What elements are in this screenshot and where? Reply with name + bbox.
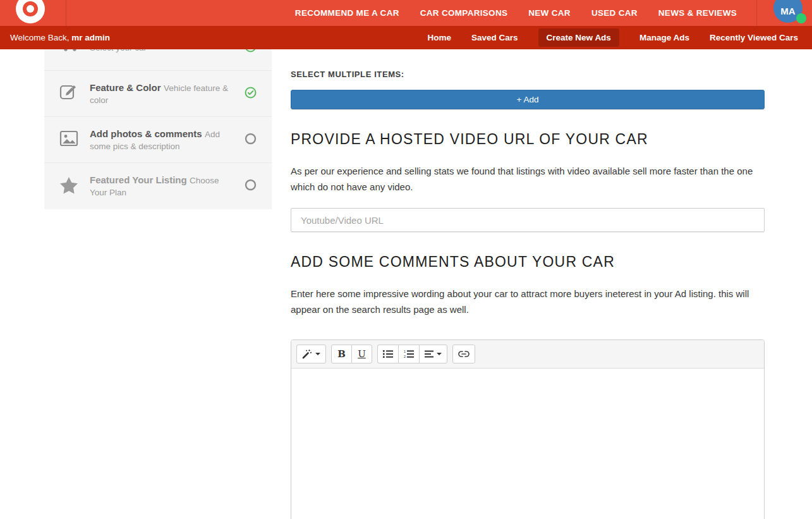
subnav-home[interactable]: Home [428, 33, 452, 42]
comments-section-heading: ADD SOME COMMENTS ABOUT YOUR CAR [291, 253, 765, 271]
chevron-down-icon [437, 353, 442, 355]
brand-pin-icon [11, 0, 50, 26]
subnav-create-new-ads[interactable]: Create New Ads [538, 28, 619, 47]
online-status-dot [796, 13, 806, 23]
avatar[interactable]: MA [773, 0, 803, 23]
subnav-manage-ads[interactable]: Manage Ads [639, 33, 689, 42]
step-title: Featured Your Listing [90, 174, 187, 185]
page: RECOMMEND ME A CAR CAR COMPARISONS NEW C… [0, 0, 812, 519]
section-divider [291, 232, 765, 233]
section-divider [291, 109, 765, 110]
editor-toolbar: B U [291, 340, 764, 369]
username: mr admin [71, 33, 110, 42]
link-button-group [452, 345, 475, 363]
step-featured-your-listing[interactable]: Featured Your Listing Choose Your Plan [44, 163, 272, 209]
status-pending-icon [245, 133, 257, 147]
comments-editor-area[interactable] [291, 369, 764, 519]
pencil-square-icon [59, 83, 80, 104]
logo-area[interactable] [0, 0, 66, 26]
subnav-saved-cars[interactable]: Saved Cars [471, 33, 518, 42]
primary-nav: RECOMMEND ME A CAR CAR COMPARISONS NEW C… [295, 0, 756, 26]
style-button-group [296, 345, 326, 363]
ordered-list-button[interactable]: 1 2 [398, 345, 420, 363]
step-title: Feature & Color [90, 82, 161, 93]
step-add-photos-comments[interactable]: Add photos & comments Add some pics & de… [44, 117, 272, 163]
nav-car-comparisons[interactable]: CAR COMPARISONS [420, 8, 508, 18]
main-content: SELECT MULTIPLE ITEMS: + Add PROVIDE A H… [291, 0, 765, 519]
status-complete-icon [245, 87, 257, 101]
nav-new-car[interactable]: NEW CAR [528, 8, 571, 18]
add-item-button[interactable]: + Add [291, 90, 765, 109]
welcome-prefix: Welcome Back, [10, 33, 71, 42]
video-url-input[interactable] [291, 208, 765, 232]
account-nav: Home Saved Cars Create New Ads Manage Ad… [428, 28, 812, 47]
insert-link-button[interactable] [452, 345, 475, 363]
magic-wand-icon [302, 349, 312, 359]
video-section-description: As per our experience and selling stats … [291, 163, 765, 195]
wizard-sidebar: Select your car Feature & Color Vehicle [44, 25, 272, 209]
step-feature-color[interactable]: Feature & Color Vehicle feature & color [44, 71, 272, 117]
rich-text-editor: B U [291, 339, 765, 519]
subnav-recently-viewed-cars[interactable]: Recently Viewed Cars [710, 33, 798, 42]
step-title: Add photos & comments [90, 128, 202, 139]
unordered-list-icon [383, 350, 393, 358]
paragraph-align-button[interactable] [419, 345, 447, 363]
unordered-list-button[interactable] [377, 345, 399, 363]
underline-button[interactable]: U [351, 345, 372, 363]
font-style-button-group: B U [331, 345, 372, 363]
avatar-initials: MA [780, 6, 795, 16]
nav-news-reviews[interactable]: NEWS & REVIEWS [658, 8, 737, 18]
select-multiple-items-label: SELECT MULTIPLE ITEMS: [291, 70, 765, 79]
sub-header: Welcome Back, mr admin Home Saved Cars C… [0, 26, 812, 49]
chevron-down-icon [315, 353, 320, 355]
svg-text:1: 1 [404, 350, 406, 353]
top-header: RECOMMEND ME A CAR CAR COMPARISONS NEW C… [0, 0, 812, 26]
comments-section-description: Enter here some impressive wording about… [291, 286, 765, 317]
magic-style-button[interactable] [296, 345, 326, 363]
video-section-heading: PROVIDE A HOSTED VIDEO URL OF YOUR CAR [291, 131, 765, 148]
welcome-message: Welcome Back, mr admin [0, 33, 110, 42]
align-left-icon [425, 350, 433, 358]
list-align-button-group: 1 2 [377, 345, 447, 363]
image-icon [59, 130, 80, 149]
svg-text:2: 2 [404, 355, 406, 358]
ordered-list-icon: 1 2 [404, 350, 414, 358]
star-icon [59, 176, 80, 197]
nav-used-car[interactable]: USED CAR [591, 8, 638, 18]
link-icon [458, 350, 470, 358]
nav-recommend-me-a-car[interactable]: RECOMMEND ME A CAR [295, 8, 399, 18]
status-pending-icon [245, 179, 257, 193]
avatar-zone: MA [756, 0, 812, 26]
bold-button[interactable]: B [331, 345, 352, 363]
